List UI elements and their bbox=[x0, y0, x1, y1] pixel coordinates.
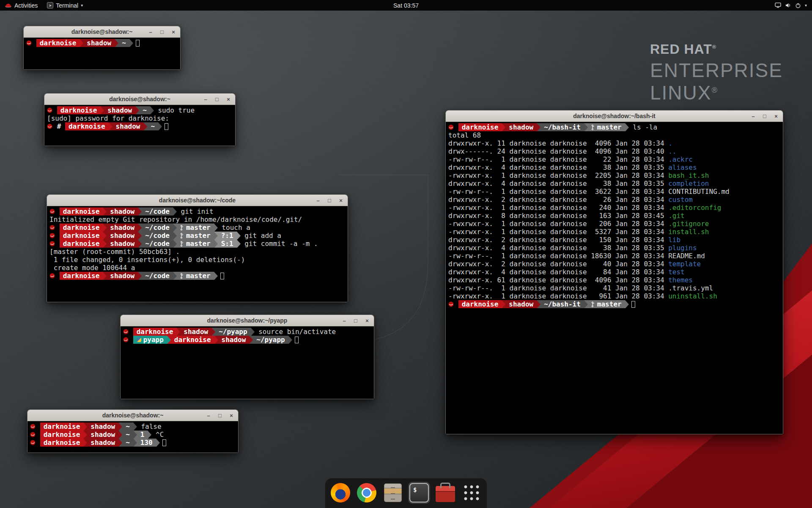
powerline-separator-icon bbox=[173, 224, 177, 232]
window-controls: –□× bbox=[340, 317, 371, 324]
firefox-launcher[interactable] bbox=[329, 482, 351, 504]
prompt-segment: shadow bbox=[104, 106, 135, 114]
powerline-separator-icon bbox=[148, 431, 151, 439]
terminal-cursor bbox=[162, 439, 166, 446]
powerline-separator-icon bbox=[214, 336, 218, 344]
system-status-area[interactable]: ▾ bbox=[770, 0, 812, 11]
minimize-button[interactable]: – bbox=[205, 411, 212, 419]
files-launcher[interactable] bbox=[382, 482, 404, 504]
clock[interactable]: Sat 03:57 bbox=[393, 2, 419, 9]
powerline-separator-icon bbox=[237, 240, 241, 248]
prompt-segment: ~/code bbox=[142, 224, 173, 232]
maximize-button[interactable]: □ bbox=[158, 28, 166, 36]
redhat-prompt-icon bbox=[123, 329, 129, 334]
powerline-separator-icon bbox=[249, 336, 253, 344]
prompt-segment: ~ bbox=[147, 122, 158, 130]
close-button[interactable]: × bbox=[228, 411, 235, 419]
prompt-segment: darknoise bbox=[60, 240, 103, 248]
app-menu-terminal[interactable]: Terminal ▾ bbox=[42, 0, 88, 11]
close-button[interactable]: × bbox=[225, 95, 232, 103]
command-text: false bbox=[137, 422, 162, 431]
command-text: git add a bbox=[241, 232, 281, 240]
titlebar[interactable]: darknoise@shadow:~/bash-it–□× bbox=[446, 110, 783, 122]
terminal-line: create mode 100644 a bbox=[49, 264, 345, 272]
chrome-launcher[interactable] bbox=[356, 482, 378, 504]
close-button[interactable]: × bbox=[170, 28, 177, 36]
titlebar[interactable]: darknoise@shadow:~/pyapp–□× bbox=[121, 315, 374, 326]
app-grid-button[interactable] bbox=[461, 482, 483, 504]
terminal-line: drwxrwxr-x. 8 darknoise darknoise 163 Ja… bbox=[448, 212, 780, 220]
terminal-line: darknoiseshadow~/bash-itmaster ls -la bbox=[448, 123, 780, 131]
powerline-separator-icon bbox=[167, 336, 171, 344]
powerline-separator-icon bbox=[150, 106, 154, 114]
prompt-segment: ~ bbox=[118, 39, 129, 47]
prompt-segment: ~/code bbox=[142, 232, 173, 240]
prompt-segment: shadow bbox=[218, 336, 250, 344]
terminal-line: darknoiseshadow~/codemaster?:1 git add a bbox=[49, 232, 345, 240]
git-branch-icon bbox=[180, 225, 184, 231]
prompt-segment: darknoise bbox=[60, 272, 103, 280]
terminal-content[interactable]: darknoiseshadow~/bash-itmaster ls -latot… bbox=[446, 122, 783, 434]
prompt-segment: shadow bbox=[107, 232, 138, 240]
terminal-content[interactable]: darknoiseshadow~ sudo true[sudo] passwor… bbox=[44, 105, 235, 146]
titlebar[interactable]: darknoise@shadow:~–□× bbox=[24, 26, 180, 38]
maximize-button[interactable]: □ bbox=[213, 95, 221, 103]
minimize-button[interactable]: – bbox=[749, 112, 757, 120]
minimize-button[interactable]: – bbox=[314, 196, 322, 204]
powerline-separator-icon bbox=[156, 439, 160, 447]
maximize-button[interactable]: □ bbox=[326, 196, 333, 204]
maximize-button[interactable]: □ bbox=[352, 317, 359, 324]
powerline-separator-icon bbox=[214, 232, 218, 240]
prompt-segment: shadow bbox=[505, 300, 537, 308]
powerline-separator-icon bbox=[103, 272, 107, 280]
window-controls: –□× bbox=[749, 112, 780, 120]
prompt-segment: shadow bbox=[83, 39, 115, 47]
powerline-separator-icon bbox=[135, 106, 139, 114]
powerline-separator-icon bbox=[584, 300, 588, 308]
command-text: ^C bbox=[151, 431, 164, 439]
toolbox-launcher[interactable] bbox=[434, 482, 456, 504]
minimize-button[interactable]: – bbox=[147, 28, 154, 36]
terminal-content[interactable]: darknoiseshadow~/code git initInitialize… bbox=[47, 206, 348, 302]
powerline-separator-icon bbox=[173, 240, 177, 248]
git-branch-icon bbox=[180, 233, 184, 239]
powerline-separator-icon bbox=[584, 123, 588, 131]
minimize-button[interactable]: – bbox=[202, 95, 209, 103]
prompt-segment: darknoise bbox=[40, 439, 84, 447]
appgrid-icon bbox=[463, 484, 480, 502]
close-button[interactable]: × bbox=[337, 196, 345, 204]
window-title: darknoise@shadow:~ bbox=[109, 96, 170, 102]
powerline-separator-icon bbox=[103, 240, 107, 248]
prompt-segment: ~ bbox=[122, 431, 133, 439]
display-icon bbox=[775, 3, 781, 8]
terminal-launcher[interactable]: $ bbox=[408, 482, 430, 504]
terminal-line: 1 file changed, 0 insertions(+), 0 delet… bbox=[49, 256, 345, 264]
close-button[interactable]: × bbox=[363, 317, 371, 324]
minimize-button[interactable]: – bbox=[340, 317, 348, 324]
close-button[interactable]: × bbox=[772, 112, 780, 120]
maximize-button[interactable]: □ bbox=[761, 112, 768, 120]
redhat-prompt-icon bbox=[30, 424, 36, 429]
prompt-segment: darknoise bbox=[40, 431, 84, 439]
prompt-segment: master bbox=[177, 232, 214, 240]
window-title: darknoise@shadow:~ bbox=[102, 412, 164, 419]
terminal-content[interactable]: darknoiseshadow~ false darknoiseshadow~1… bbox=[27, 421, 238, 453]
terminal-line: pyappdarknoiseshadow~/pyapp bbox=[123, 336, 371, 344]
terminal-content[interactable]: darknoiseshadow~ bbox=[24, 38, 180, 69]
titlebar[interactable]: darknoise@shadow:~–□× bbox=[27, 410, 238, 421]
prompt-segment: darknoise bbox=[36, 39, 80, 47]
powerline-separator-icon bbox=[100, 106, 104, 114]
terminal-line: darknoiseshadow~/codemaster touch a bbox=[49, 224, 345, 232]
titlebar[interactable]: darknoise@shadow:~–□× bbox=[44, 94, 235, 105]
titlebar[interactable]: darknoise@shadow:~/code–□× bbox=[47, 195, 348, 206]
terminal-line: # darknoiseshadow~ bbox=[47, 122, 233, 130]
activities-button[interactable]: Activities bbox=[0, 0, 42, 11]
terminal-content[interactable]: darknoiseshadow~/pyapp source bin/activa… bbox=[121, 326, 374, 399]
maximize-button[interactable]: □ bbox=[216, 411, 224, 419]
prompt-segment: darknoise bbox=[60, 224, 103, 232]
powerline-separator-icon bbox=[251, 328, 255, 336]
prompt-segment: ~/code bbox=[142, 207, 173, 215]
terminal-line: -rw-rw-r--. 1 darknoise darknoise 3622 J… bbox=[448, 188, 780, 196]
terminal-window-bash-it: darknoise@shadow:~/bash-it–□× darknoises… bbox=[445, 110, 783, 434]
terminal-window-sudo: darknoise@shadow:~–□× darknoiseshadow~ s… bbox=[44, 93, 236, 146]
